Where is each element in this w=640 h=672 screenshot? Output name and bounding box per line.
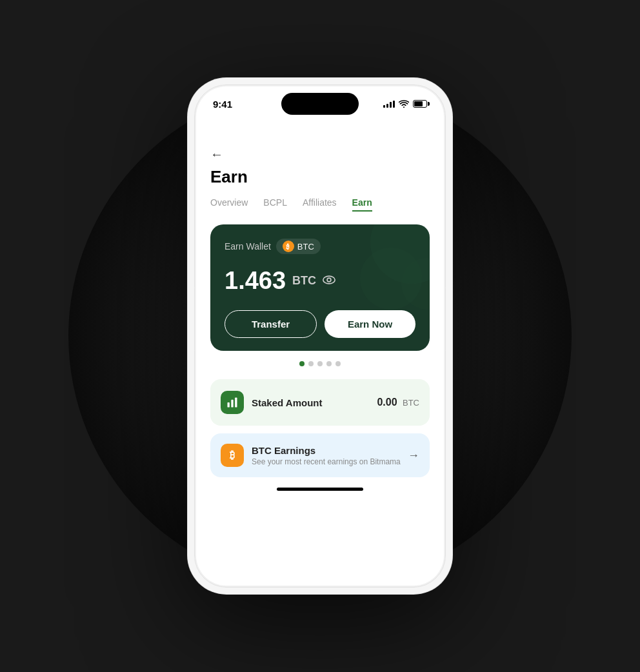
earnings-text: BTC Earnings See your most recent earnin… <box>252 445 401 466</box>
tab-overview[interactable]: Overview <box>210 197 248 212</box>
status-time: 9:41 <box>213 99 232 110</box>
arrow-right-icon: → <box>408 449 419 462</box>
svg-point-4 <box>327 278 331 282</box>
staked-value: 0.00 BTC <box>377 397 419 408</box>
btc-icon: ₿ <box>283 241 294 252</box>
card-decoration <box>339 224 430 315</box>
tab-bcpl[interactable]: BCPL <box>263 197 287 212</box>
phone-mockup: 9:41 <box>194 84 446 588</box>
svg-rect-7 <box>235 398 237 408</box>
dot-4 <box>326 361 332 366</box>
btc-earnings-icon: ₿ <box>221 444 244 467</box>
page-title: Earn <box>210 167 430 187</box>
battery-icon <box>413 100 427 108</box>
earnings-title: BTC Earnings <box>252 445 401 456</box>
staked-amount-card: Staked Amount 0.00 BTC <box>210 379 430 426</box>
earnings-subtitle: See your most recent earnings on Bitmama <box>252 457 401 466</box>
tab-affiliates[interactable]: Affiliates <box>303 197 337 212</box>
phone-screen: 9:41 <box>194 84 446 588</box>
earn-wallet-label: Earn Wallet <box>225 241 271 252</box>
pagination-dots <box>210 361 430 366</box>
dot-3 <box>317 361 323 366</box>
staked-left: Staked Amount <box>221 391 322 414</box>
page-content: ← Earn Overview BCPL Affiliates Earn <box>195 147 445 477</box>
tab-bar: Overview BCPL Affiliates Earn <box>210 197 430 212</box>
back-button[interactable]: ← <box>210 147 430 162</box>
tab-earn[interactable]: Earn <box>352 197 372 212</box>
dot-5 <box>335 361 341 366</box>
status-icons <box>383 100 427 108</box>
staked-icon <box>221 391 244 414</box>
wallet-card: Earn Wallet ₿ BTC 1.463 BTC <box>210 224 430 351</box>
btc-currency-badge: ₿ BTC <box>276 239 321 254</box>
dot-2 <box>308 361 314 366</box>
dot-1 <box>299 361 305 366</box>
eye-icon[interactable] <box>323 275 335 287</box>
home-indicator <box>277 488 363 491</box>
wifi-icon <box>399 100 409 108</box>
earnings-left: ₿ BTC Earnings See your most recent earn… <box>221 444 401 467</box>
balance-unit: BTC <box>292 274 316 288</box>
transfer-button[interactable]: Transfer <box>225 310 317 338</box>
btc-earnings-card[interactable]: ₿ BTC Earnings See your most recent earn… <box>210 433 430 477</box>
signal-icon <box>383 100 395 108</box>
btc-label: BTC <box>297 242 314 252</box>
balance-amount: 1.463 <box>225 267 286 295</box>
staked-label: Staked Amount <box>252 397 322 408</box>
svg-rect-5 <box>228 402 230 408</box>
dynamic-island <box>281 93 359 115</box>
svg-point-3 <box>323 276 335 284</box>
svg-rect-6 <box>231 400 233 408</box>
